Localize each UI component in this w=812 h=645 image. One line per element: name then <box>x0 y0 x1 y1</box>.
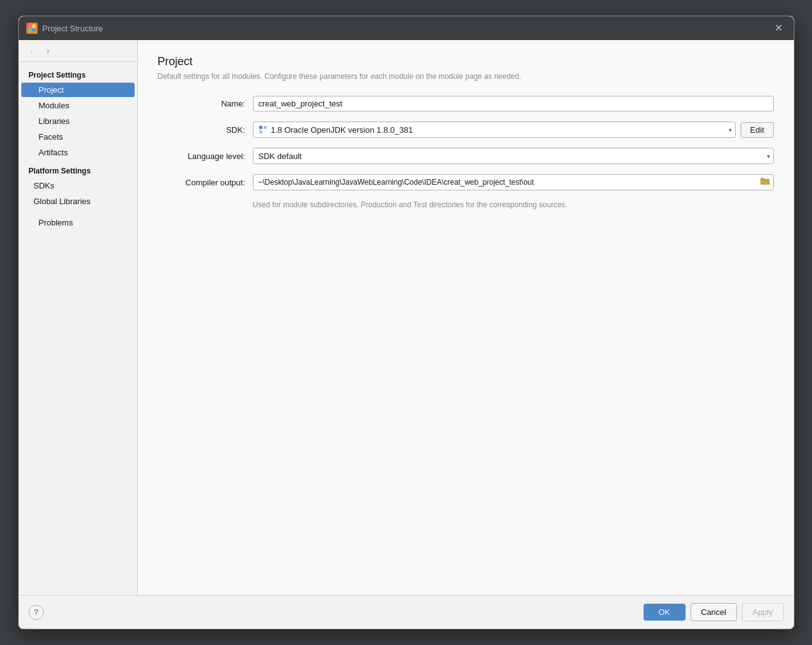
svg-rect-4 <box>259 126 262 129</box>
sidebar-item-global-libraries[interactable]: Global Libraries <box>21 194 135 209</box>
sdk-java-icon <box>259 125 267 134</box>
compiler-output-control: ~\Desktop\JavaLearning\JavaWebLearning\C… <box>253 174 774 190</box>
sdk-row: SDK: <box>158 121 774 138</box>
sidebar-item-artifacts[interactable]: Artifacts <box>21 145 135 160</box>
right-panel: Project Default settings for all modules… <box>138 40 794 595</box>
help-button[interactable]: ? <box>29 605 44 620</box>
panel-description: Default settings for all modules. Config… <box>158 72 774 81</box>
sdk-value-text: 1.8 Oracle OpenJDK version 1.8.0_381 <box>271 125 413 135</box>
apply-button[interactable]: Apply <box>742 603 784 621</box>
language-level-label: Language level: <box>158 152 245 161</box>
name-input[interactable] <box>253 96 774 111</box>
project-structure-dialog: Project Structure ✕ ‹ › Project Settings… <box>18 16 794 629</box>
compiler-hint: Used for module subdirectories, Producti… <box>253 200 774 209</box>
main-content: ‹ › Project Settings Project Modules Lib… <box>19 40 794 595</box>
sdk-label: SDK: <box>158 125 245 135</box>
svg-rect-2 <box>28 28 32 32</box>
sidebar-item-facets[interactable]: Facets <box>21 130 135 144</box>
language-level-row: Language level: SDK default ▾ <box>158 148 774 164</box>
sidebar-wrapper: ‹ › Project Settings Project Modules Lib… <box>19 40 138 595</box>
folder-icon <box>760 177 770 186</box>
forward-arrow[interactable]: › <box>41 44 55 58</box>
close-button[interactable]: ✕ <box>771 22 786 34</box>
svg-rect-1 <box>32 24 36 28</box>
back-arrow[interactable]: ‹ <box>25 44 39 58</box>
compiler-output-label: Compiler output: <box>158 178 245 187</box>
sdk-control: 1.8 Oracle OpenJDK version 1.8.0_381 ▾ E… <box>253 121 774 138</box>
sidebar-item-modules[interactable]: Modules <box>21 98 135 113</box>
name-control <box>253 96 774 111</box>
cancel-button[interactable]: Cancel <box>691 603 737 621</box>
bottom-left: ? <box>29 605 44 620</box>
bottom-bar: ? OK Cancel Apply <box>19 595 794 629</box>
sdk-row-inner: 1.8 Oracle OpenJDK version 1.8.0_381 ▾ E… <box>253 121 774 138</box>
compiler-path-display[interactable]: ~\Desktop\JavaLearning\JavaWebLearning\C… <box>253 174 774 190</box>
language-level-value: SDK default <box>259 152 302 161</box>
sidebar-item-project[interactable]: Project <box>21 83 135 97</box>
project-settings-header: Project Settings <box>19 67 137 82</box>
title-bar: Project Structure ✕ <box>19 16 794 40</box>
svg-rect-3 <box>32 28 36 32</box>
language-level-control: SDK default ▾ <box>253 148 774 164</box>
sidebar: Project Settings Project Modules Librari… <box>19 62 138 235</box>
nav-arrows: ‹ › <box>19 40 137 62</box>
name-row: Name: <box>158 96 774 111</box>
panel-title: Project <box>158 55 774 68</box>
svg-rect-6 <box>259 130 262 133</box>
svg-rect-5 <box>264 126 267 129</box>
sidebar-item-libraries[interactable]: Libraries <box>21 114 135 128</box>
bottom-right: OK Cancel Apply <box>644 603 784 621</box>
sidebar-item-sdks[interactable]: SDKs <box>21 178 135 193</box>
platform-settings-header: Platform Settings <box>19 160 137 178</box>
folder-button[interactable] <box>759 177 771 188</box>
app-icon <box>26 23 38 34</box>
dialog-title: Project Structure <box>43 24 766 33</box>
language-level-select[interactable]: SDK default ▾ <box>253 148 774 164</box>
compiler-path-wrapper: ~\Desktop\JavaLearning\JavaWebLearning\C… <box>253 174 774 190</box>
sdk-edit-button[interactable]: Edit <box>741 122 773 138</box>
ok-button[interactable]: OK <box>644 604 686 621</box>
lang-select-wrapper: SDK default ▾ <box>253 148 774 164</box>
compiler-output-row: Compiler output: ~\Desktop\JavaLearning\… <box>158 174 774 190</box>
svg-rect-0 <box>28 24 32 28</box>
lang-chevron-icon: ▾ <box>767 153 770 160</box>
sidebar-item-problems[interactable]: Problems <box>21 215 135 230</box>
name-label: Name: <box>158 99 245 108</box>
sdk-select[interactable]: 1.8 Oracle OpenJDK version 1.8.0_381 ▾ <box>253 121 736 138</box>
sdk-select-wrapper: 1.8 Oracle OpenJDK version 1.8.0_381 ▾ <box>253 121 736 138</box>
compiler-path-text: ~\Desktop\JavaLearning\JavaWebLearning\C… <box>259 178 534 187</box>
sdk-chevron-icon: ▾ <box>729 126 732 133</box>
